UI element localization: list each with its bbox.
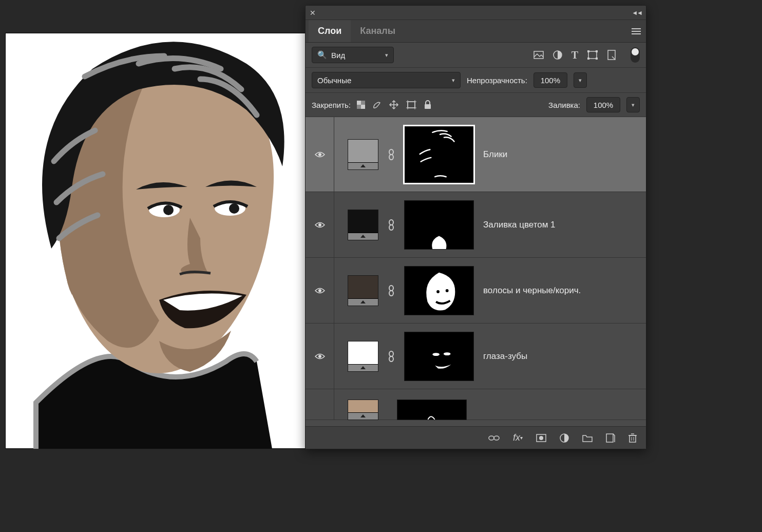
visibility-toggle[interactable] (306, 117, 334, 192)
lock-transparency-icon[interactable] (357, 101, 365, 109)
visibility-toggle[interactable] (306, 389, 334, 420)
layer-row[interactable]: волосы и черные/корич. (306, 258, 646, 324)
layers-list[interactable]: Блики Заливка цветом 1 волосы и черные/к… (306, 117, 646, 426)
shape-filter-icon[interactable] (587, 50, 598, 60)
filter-icons: T (534, 47, 640, 63)
layer-mask-thumb[interactable] (404, 266, 474, 315)
svg-point-28 (389, 155, 393, 160)
svg-point-29 (318, 223, 321, 226)
svg-point-37 (318, 355, 321, 358)
artwork (5, 33, 306, 449)
add-mask-icon[interactable] (536, 434, 546, 442)
layer-row[interactable] (306, 389, 646, 420)
filter-toggle[interactable] (631, 47, 640, 63)
fill-chevron[interactable]: ▾ (626, 97, 640, 112)
svg-rect-13 (596, 58, 598, 60)
svg-rect-47 (606, 434, 613, 442)
layer-kind-select[interactable]: 🔍 Вид ▾ (312, 47, 394, 63)
lock-label: Закрепить: (312, 101, 351, 109)
adjustment-filter-icon[interactable] (553, 50, 562, 60)
search-icon: 🔍 (317, 50, 327, 60)
lock-paint-icon[interactable] (372, 100, 382, 109)
fx-icon[interactable]: fx▾ (513, 432, 523, 443)
svg-point-35 (436, 290, 440, 293)
visibility-toggle[interactable] (306, 258, 334, 323)
svg-point-39 (389, 356, 393, 362)
svg-point-36 (446, 289, 449, 292)
layers-panel: ✕ ◄◄ Слои Каналы 🔍 Вид ▾ T Обычные ▾ Неп… (305, 5, 646, 449)
blend-mode-select[interactable]: Обычные ▾ (312, 72, 461, 88)
opacity-input[interactable]: 100% (534, 72, 567, 88)
canvas[interactable] (5, 33, 306, 449)
layer-name[interactable]: Заливка цветом 1 (483, 220, 556, 230)
link-icon[interactable] (388, 351, 395, 362)
layer-swatch[interactable] (348, 139, 378, 170)
layer-name[interactable]: Блики (483, 149, 507, 160)
svg-point-41 (444, 352, 451, 355)
svg-rect-48 (630, 435, 636, 442)
image-filter-icon[interactable] (534, 51, 544, 59)
svg-rect-9 (588, 51, 597, 59)
lock-row: Закрепить: Заливка: 100% ▾ (306, 93, 646, 117)
svg-point-40 (432, 353, 440, 356)
fill-label: Заливка: (548, 101, 580, 109)
tab-channels[interactable]: Каналы (351, 20, 405, 42)
svg-point-31 (389, 225, 393, 230)
new-group-icon[interactable] (582, 434, 593, 442)
close-icon[interactable]: ✕ (310, 9, 316, 17)
panel-tabs: Слои Каналы (306, 20, 646, 43)
layer-name[interactable]: волосы и черные/корич. (483, 286, 581, 296)
opacity-chevron[interactable]: ▾ (574, 72, 587, 88)
layer-filter-row: 🔍 Вид ▾ T (306, 43, 646, 68)
layer-row[interactable]: Заливка цветом 1 (306, 192, 646, 258)
panel-titlebar[interactable]: ✕ ◄◄ (306, 6, 646, 20)
link-icon[interactable] (388, 285, 395, 296)
layer-mask-thumb[interactable] (404, 126, 474, 183)
svg-point-42 (489, 436, 494, 440)
lock-all-icon[interactable] (424, 100, 432, 109)
delete-layer-icon[interactable] (628, 433, 637, 443)
type-filter-icon[interactable]: T (572, 49, 578, 61)
svg-point-45 (539, 436, 543, 440)
svg-rect-16 (357, 101, 361, 105)
layer-swatch[interactable] (348, 400, 378, 420)
lock-artboard-icon[interactable] (406, 100, 416, 109)
link-icon[interactable] (388, 149, 395, 160)
layer-mask-thumb[interactable] (404, 200, 474, 250)
svg-point-33 (389, 286, 393, 291)
layer-row[interactable]: глаза-зубы (306, 324, 646, 389)
new-layer-icon[interactable] (606, 433, 615, 443)
chevron-down-icon: ▾ (452, 77, 455, 84)
svg-point-1 (163, 205, 174, 215)
visibility-toggle[interactable] (306, 324, 334, 389)
layer-row[interactable]: Блики (306, 117, 646, 192)
lock-move-icon[interactable] (389, 100, 399, 110)
link-icon[interactable] (388, 219, 395, 231)
link-layers-icon[interactable] (488, 434, 500, 442)
svg-rect-10 (587, 50, 589, 52)
fill-input[interactable]: 100% (586, 97, 620, 112)
blend-row: Обычные ▾ Непрозрачность: 100% ▾ (306, 68, 646, 93)
svg-rect-20 (408, 102, 415, 108)
new-adjustment-icon[interactable] (560, 433, 569, 443)
svg-rect-11 (596, 50, 598, 52)
collapse-icon[interactable]: ◄◄ (632, 9, 642, 16)
tab-layers[interactable]: Слои (309, 20, 351, 42)
layer-mask-thumb[interactable] (404, 332, 474, 381)
svg-point-43 (494, 436, 499, 440)
svg-point-3 (229, 203, 239, 214)
layer-swatch[interactable] (348, 210, 378, 240)
smart-filter-icon[interactable] (607, 50, 616, 60)
svg-point-27 (389, 149, 393, 155)
panel-menu-icon[interactable] (632, 28, 641, 35)
panel-footer: fx▾ (306, 426, 646, 449)
svg-point-30 (389, 220, 393, 225)
svg-rect-17 (361, 105, 365, 109)
layer-mask-thumb[interactable] (397, 400, 467, 420)
layer-name[interactable]: глаза-зубы (483, 351, 527, 362)
svg-point-26 (318, 153, 321, 156)
layer-swatch[interactable] (348, 341, 378, 372)
layer-swatch[interactable] (348, 275, 378, 306)
visibility-toggle[interactable] (306, 192, 334, 257)
svg-point-32 (318, 289, 321, 292)
